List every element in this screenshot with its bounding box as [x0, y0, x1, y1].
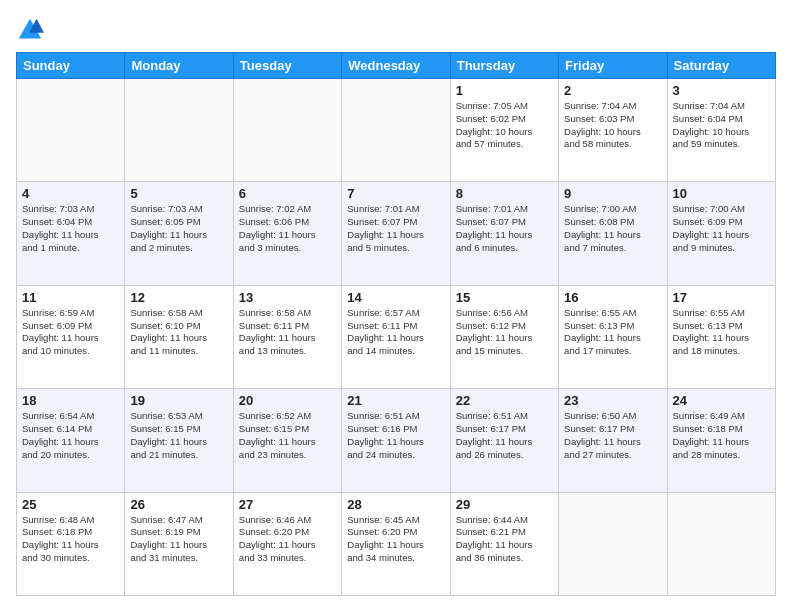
day-info: Sunrise: 7:00 AM Sunset: 6:08 PM Dayligh… [564, 203, 661, 254]
calendar-cell [125, 79, 233, 182]
calendar-cell: 23Sunrise: 6:50 AM Sunset: 6:17 PM Dayli… [559, 389, 667, 492]
calendar-cell: 27Sunrise: 6:46 AM Sunset: 6:20 PM Dayli… [233, 492, 341, 595]
day-info: Sunrise: 6:58 AM Sunset: 6:11 PM Dayligh… [239, 307, 336, 358]
day-info: Sunrise: 6:47 AM Sunset: 6:19 PM Dayligh… [130, 514, 227, 565]
calendar-cell: 1Sunrise: 7:05 AM Sunset: 6:02 PM Daylig… [450, 79, 558, 182]
day-info: Sunrise: 6:58 AM Sunset: 6:10 PM Dayligh… [130, 307, 227, 358]
day-info: Sunrise: 6:53 AM Sunset: 6:15 PM Dayligh… [130, 410, 227, 461]
week-row-3: 11Sunrise: 6:59 AM Sunset: 6:09 PM Dayli… [17, 285, 776, 388]
page: SundayMondayTuesdayWednesdayThursdayFrid… [0, 0, 792, 612]
calendar-cell: 20Sunrise: 6:52 AM Sunset: 6:15 PM Dayli… [233, 389, 341, 492]
week-row-4: 18Sunrise: 6:54 AM Sunset: 6:14 PM Dayli… [17, 389, 776, 492]
day-number: 19 [130, 393, 227, 408]
calendar-cell: 11Sunrise: 6:59 AM Sunset: 6:09 PM Dayli… [17, 285, 125, 388]
weekday-header-sunday: Sunday [17, 53, 125, 79]
calendar-cell: 16Sunrise: 6:55 AM Sunset: 6:13 PM Dayli… [559, 285, 667, 388]
day-info: Sunrise: 7:01 AM Sunset: 6:07 PM Dayligh… [347, 203, 444, 254]
calendar-cell: 26Sunrise: 6:47 AM Sunset: 6:19 PM Dayli… [125, 492, 233, 595]
header [16, 16, 776, 44]
day-number: 14 [347, 290, 444, 305]
calendar-cell: 5Sunrise: 7:03 AM Sunset: 6:05 PM Daylig… [125, 182, 233, 285]
calendar-cell: 10Sunrise: 7:00 AM Sunset: 6:09 PM Dayli… [667, 182, 775, 285]
day-info: Sunrise: 6:56 AM Sunset: 6:12 PM Dayligh… [456, 307, 553, 358]
day-number: 20 [239, 393, 336, 408]
day-number: 10 [673, 186, 770, 201]
day-info: Sunrise: 7:01 AM Sunset: 6:07 PM Dayligh… [456, 203, 553, 254]
calendar-cell [667, 492, 775, 595]
day-number: 11 [22, 290, 119, 305]
calendar-cell [559, 492, 667, 595]
day-info: Sunrise: 7:04 AM Sunset: 6:03 PM Dayligh… [564, 100, 661, 151]
day-info: Sunrise: 6:54 AM Sunset: 6:14 PM Dayligh… [22, 410, 119, 461]
calendar-cell: 9Sunrise: 7:00 AM Sunset: 6:08 PM Daylig… [559, 182, 667, 285]
calendar-cell: 6Sunrise: 7:02 AM Sunset: 6:06 PM Daylig… [233, 182, 341, 285]
day-number: 7 [347, 186, 444, 201]
calendar-cell: 4Sunrise: 7:03 AM Sunset: 6:04 PM Daylig… [17, 182, 125, 285]
day-info: Sunrise: 6:51 AM Sunset: 6:16 PM Dayligh… [347, 410, 444, 461]
day-number: 9 [564, 186, 661, 201]
calendar-cell: 25Sunrise: 6:48 AM Sunset: 6:18 PM Dayli… [17, 492, 125, 595]
day-number: 4 [22, 186, 119, 201]
calendar-cell: 7Sunrise: 7:01 AM Sunset: 6:07 PM Daylig… [342, 182, 450, 285]
day-info: Sunrise: 6:55 AM Sunset: 6:13 PM Dayligh… [564, 307, 661, 358]
day-info: Sunrise: 6:44 AM Sunset: 6:21 PM Dayligh… [456, 514, 553, 565]
calendar-cell: 8Sunrise: 7:01 AM Sunset: 6:07 PM Daylig… [450, 182, 558, 285]
day-info: Sunrise: 7:04 AM Sunset: 6:04 PM Dayligh… [673, 100, 770, 151]
day-info: Sunrise: 6:51 AM Sunset: 6:17 PM Dayligh… [456, 410, 553, 461]
day-number: 29 [456, 497, 553, 512]
day-info: Sunrise: 7:05 AM Sunset: 6:02 PM Dayligh… [456, 100, 553, 151]
calendar-cell: 29Sunrise: 6:44 AM Sunset: 6:21 PM Dayli… [450, 492, 558, 595]
logo [16, 16, 48, 44]
calendar-cell: 12Sunrise: 6:58 AM Sunset: 6:10 PM Dayli… [125, 285, 233, 388]
day-number: 3 [673, 83, 770, 98]
day-number: 2 [564, 83, 661, 98]
calendar-cell: 14Sunrise: 6:57 AM Sunset: 6:11 PM Dayli… [342, 285, 450, 388]
weekday-header-thursday: Thursday [450, 53, 558, 79]
calendar-cell [17, 79, 125, 182]
day-number: 25 [22, 497, 119, 512]
day-info: Sunrise: 6:57 AM Sunset: 6:11 PM Dayligh… [347, 307, 444, 358]
day-number: 6 [239, 186, 336, 201]
day-info: Sunrise: 6:50 AM Sunset: 6:17 PM Dayligh… [564, 410, 661, 461]
calendar-cell: 15Sunrise: 6:56 AM Sunset: 6:12 PM Dayli… [450, 285, 558, 388]
day-number: 23 [564, 393, 661, 408]
day-number: 22 [456, 393, 553, 408]
calendar-cell: 28Sunrise: 6:45 AM Sunset: 6:20 PM Dayli… [342, 492, 450, 595]
day-number: 12 [130, 290, 227, 305]
weekday-header-monday: Monday [125, 53, 233, 79]
calendar-cell: 21Sunrise: 6:51 AM Sunset: 6:16 PM Dayli… [342, 389, 450, 492]
calendar-cell: 19Sunrise: 6:53 AM Sunset: 6:15 PM Dayli… [125, 389, 233, 492]
day-number: 1 [456, 83, 553, 98]
calendar-cell: 2Sunrise: 7:04 AM Sunset: 6:03 PM Daylig… [559, 79, 667, 182]
weekday-header-tuesday: Tuesday [233, 53, 341, 79]
day-info: Sunrise: 6:49 AM Sunset: 6:18 PM Dayligh… [673, 410, 770, 461]
week-row-2: 4Sunrise: 7:03 AM Sunset: 6:04 PM Daylig… [17, 182, 776, 285]
day-number: 16 [564, 290, 661, 305]
day-number: 13 [239, 290, 336, 305]
day-info: Sunrise: 6:45 AM Sunset: 6:20 PM Dayligh… [347, 514, 444, 565]
day-number: 26 [130, 497, 227, 512]
day-info: Sunrise: 7:00 AM Sunset: 6:09 PM Dayligh… [673, 203, 770, 254]
calendar-cell: 18Sunrise: 6:54 AM Sunset: 6:14 PM Dayli… [17, 389, 125, 492]
day-info: Sunrise: 7:03 AM Sunset: 6:05 PM Dayligh… [130, 203, 227, 254]
day-info: Sunrise: 6:52 AM Sunset: 6:15 PM Dayligh… [239, 410, 336, 461]
day-number: 27 [239, 497, 336, 512]
day-info: Sunrise: 6:48 AM Sunset: 6:18 PM Dayligh… [22, 514, 119, 565]
day-number: 5 [130, 186, 227, 201]
day-number: 18 [22, 393, 119, 408]
calendar: SundayMondayTuesdayWednesdayThursdayFrid… [16, 52, 776, 596]
day-number: 24 [673, 393, 770, 408]
weekday-header-friday: Friday [559, 53, 667, 79]
calendar-cell [342, 79, 450, 182]
calendar-cell: 22Sunrise: 6:51 AM Sunset: 6:17 PM Dayli… [450, 389, 558, 492]
weekday-header-row: SundayMondayTuesdayWednesdayThursdayFrid… [17, 53, 776, 79]
day-number: 17 [673, 290, 770, 305]
week-row-1: 1Sunrise: 7:05 AM Sunset: 6:02 PM Daylig… [17, 79, 776, 182]
day-info: Sunrise: 7:03 AM Sunset: 6:04 PM Dayligh… [22, 203, 119, 254]
calendar-cell: 17Sunrise: 6:55 AM Sunset: 6:13 PM Dayli… [667, 285, 775, 388]
week-row-5: 25Sunrise: 6:48 AM Sunset: 6:18 PM Dayli… [17, 492, 776, 595]
weekday-header-wednesday: Wednesday [342, 53, 450, 79]
calendar-cell: 24Sunrise: 6:49 AM Sunset: 6:18 PM Dayli… [667, 389, 775, 492]
calendar-cell: 13Sunrise: 6:58 AM Sunset: 6:11 PM Dayli… [233, 285, 341, 388]
day-info: Sunrise: 6:55 AM Sunset: 6:13 PM Dayligh… [673, 307, 770, 358]
